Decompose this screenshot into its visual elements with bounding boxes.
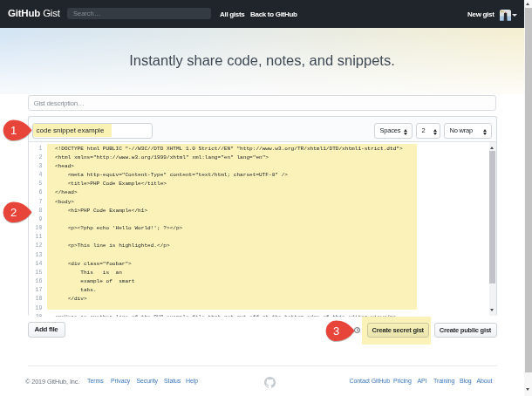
svg-text:3: 3	[333, 324, 339, 338]
svg-text:2: 2	[10, 206, 16, 219]
svg-text:1: 1	[10, 124, 17, 137]
